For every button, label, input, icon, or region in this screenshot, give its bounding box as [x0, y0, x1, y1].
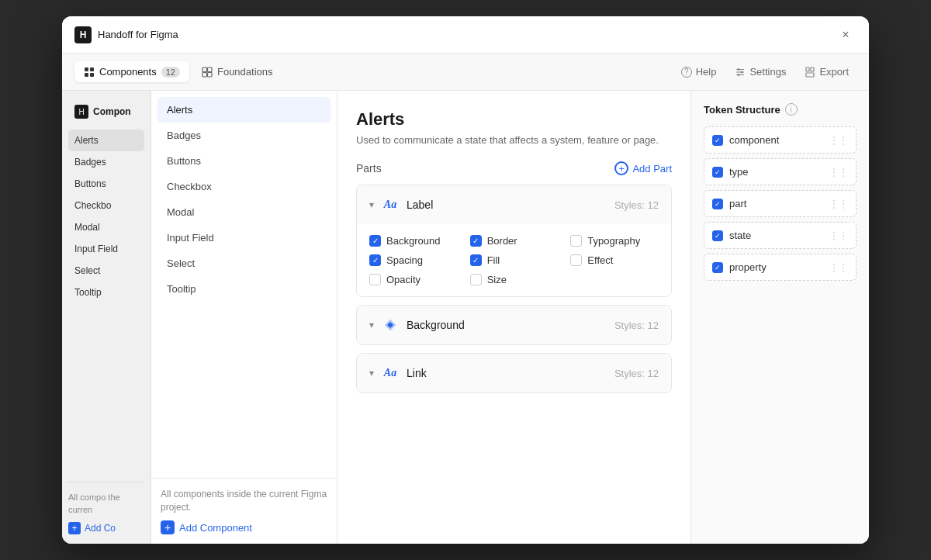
svg-point-13 [738, 74, 740, 76]
shadow-nav-tooltip[interactable]: Tooltip [68, 282, 144, 303]
cb-size[interactable]: Size [470, 274, 559, 285]
settings-button[interactable]: Settings [727, 61, 794, 82]
part-card-link: ▾ Aa Link Styles: 12 [356, 353, 672, 393]
cb-background-label: Background [386, 235, 440, 247]
shadow-nav-badges[interactable]: Badges [68, 151, 144, 173]
shadow-add-button[interactable]: + Add Co [68, 522, 144, 534]
component-item-buttons[interactable]: Buttons [157, 148, 331, 174]
tab-foundations[interactable]: Foundations [192, 61, 282, 82]
svg-rect-5 [207, 67, 212, 72]
token-item-part: ✓ part ⋮⋮ [704, 190, 857, 217]
cb-effect[interactable]: Effect [570, 254, 659, 266]
add-part-button[interactable]: + Add Part [614, 161, 672, 175]
token-title: Token Structure [704, 104, 780, 116]
link-type-icon: Aa [380, 363, 400, 383]
nav-right: ? Help Settings [673, 61, 857, 82]
token-cb-state[interactable]: ✓ [712, 230, 723, 241]
help-button[interactable]: ? Help [673, 61, 725, 82]
shadow-sidebar-header: H Compon [68, 100, 144, 123]
token-item-type: ✓ type ⋮⋮ [704, 158, 857, 185]
token-cb-part[interactable]: ✓ [712, 199, 723, 209]
app-title: Handoff for Figma [98, 29, 178, 40]
cb-fill-check: ✓ [470, 254, 482, 266]
component-item-tooltip[interactable]: Tooltip [157, 276, 331, 302]
component-item-input[interactable]: Input Field [157, 225, 331, 251]
label-chevron[interactable]: ▾ [369, 199, 374, 210]
cb-spacing[interactable]: ✓ Spacing [369, 254, 458, 266]
token-name-component: component [729, 134, 823, 146]
link-part-name: Link [407, 367, 614, 379]
app-icon: H [74, 26, 92, 43]
shadow-app-icon: H [74, 105, 88, 119]
component-item-modal[interactable]: Modal [157, 199, 331, 225]
svg-point-11 [738, 68, 740, 71]
add-component-icon: + [161, 520, 175, 534]
link-chevron[interactable]: ▾ [369, 368, 374, 379]
cb-size-check [470, 274, 482, 285]
shadow-nav-select[interactable]: Select [68, 260, 144, 282]
drag-handle-property[interactable]: ⋮⋮ [829, 262, 848, 273]
add-component-button[interactable]: + Add Component [161, 520, 327, 534]
background-styles: Styles: 12 [614, 320, 659, 331]
cb-border[interactable]: ✓ Border [470, 235, 559, 247]
svg-rect-14 [806, 67, 809, 71]
cb-opacity[interactable]: Opacity [369, 274, 458, 285]
cb-background[interactable]: ✓ Background [369, 235, 458, 247]
component-item-checkbox[interactable]: Checkbox [157, 174, 331, 199]
export-icon [805, 67, 815, 78]
cb-fill[interactable]: ✓ Fill [470, 254, 559, 266]
shadow-nav-checkbox[interactable]: Checkbo [68, 195, 144, 216]
part-card-label-header: ▾ Aa Label Styles: 12 [357, 185, 671, 224]
svg-rect-7 [207, 72, 212, 77]
part-card-link-header: ▾ Aa Link Styles: 12 [357, 354, 671, 392]
component-item-alerts[interactable]: Alerts [157, 97, 331, 123]
shadow-footer: All compo the curren + Add Co [68, 482, 144, 534]
cb-typography[interactable]: Typography [570, 235, 659, 247]
drag-handle-type[interactable]: ⋮⋮ [829, 167, 848, 178]
token-name-property: property [729, 261, 823, 273]
shadow-nav-buttons[interactable]: Buttons [68, 173, 144, 195]
background-chevron[interactable]: ▾ [369, 320, 374, 330]
export-button[interactable]: Export [797, 61, 857, 82]
component-item-select[interactable]: Select [157, 251, 331, 276]
token-cb-component[interactable]: ✓ [712, 135, 723, 146]
token-item-property: ✓ property ⋮⋮ [704, 254, 857, 281]
add-component-label: Add Component [179, 522, 252, 534]
token-cb-type[interactable]: ✓ [712, 167, 723, 178]
cb-effect-check [570, 254, 582, 266]
drag-handle-component[interactable]: ⋮⋮ [829, 135, 848, 146]
parts-label: Parts [356, 162, 382, 175]
background-type-icon [380, 315, 400, 335]
tab-components[interactable]: Components 12 [74, 61, 189, 82]
drag-handle-state[interactable]: ⋮⋮ [829, 230, 848, 241]
shadow-add-icon: + [68, 522, 81, 534]
component-item-badges[interactable]: Badges [157, 123, 331, 148]
label-part-name: Label [407, 199, 614, 211]
link-styles: Styles: 12 [614, 368, 659, 379]
background-part-name: Background [407, 319, 614, 331]
cb-opacity-label: Opacity [386, 274, 421, 285]
cb-border-label: Border [487, 235, 517, 247]
close-button[interactable]: × [835, 24, 857, 46]
tab-foundations-label: Foundations [217, 66, 273, 78]
titlebar-left: H Handoff for Figma [74, 26, 178, 43]
shadow-nav-alerts[interactable]: Alerts [68, 130, 144, 151]
token-sidebar: Token Structure i ✓ component ⋮⋮ ✓ type … [690, 91, 869, 544]
part-card-label-body: ✓ Background ✓ Border Typography [357, 224, 671, 296]
token-cb-property[interactable]: ✓ [712, 262, 723, 273]
cb-background-check: ✓ [369, 235, 381, 247]
token-header: Token Structure i [704, 103, 857, 116]
label-type-icon: Aa [380, 195, 400, 215]
token-name-state: state [729, 230, 823, 241]
svg-rect-0 [85, 67, 88, 71]
shadow-nav-modal[interactable]: Modal [68, 216, 144, 238]
component-footer: All components inside the current Figma … [151, 478, 337, 544]
token-item-state: ✓ state ⋮⋮ [704, 222, 857, 249]
token-info-icon[interactable]: i [785, 103, 798, 116]
panel-title: Alerts [356, 109, 672, 130]
shadow-nav-input[interactable]: Input Field [68, 238, 144, 260]
component-footer-text: All components inside the current Figma … [161, 488, 327, 514]
components-icon [84, 67, 95, 78]
svg-rect-16 [806, 73, 814, 77]
drag-handle-part[interactable]: ⋮⋮ [829, 199, 848, 209]
